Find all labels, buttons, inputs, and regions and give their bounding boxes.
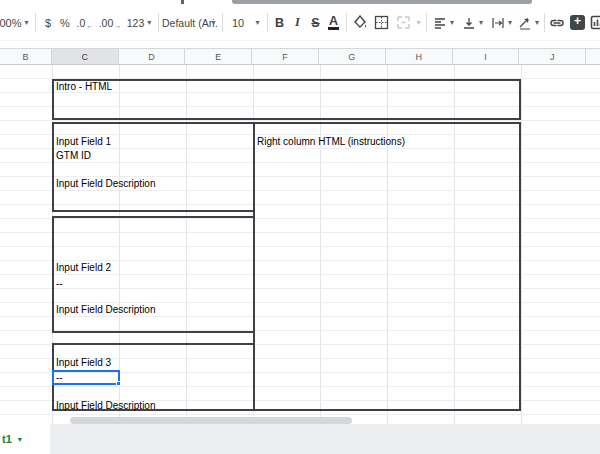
- column-header-d[interactable]: D: [119, 49, 186, 64]
- merge-cells-button[interactable]: [393, 9, 413, 36]
- cell-field2-title[interactable]: Input Field 2: [56, 261, 111, 275]
- cell-field3-title[interactable]: Input Field 3: [56, 356, 111, 370]
- decrease-decimal-button[interactable]: .0 ←: [74, 9, 96, 36]
- add-comment-icon: +: [570, 15, 585, 30]
- italic-button[interactable]: I: [289, 9, 306, 36]
- sheet-tab-label: t1: [2, 433, 12, 445]
- cell-right-column[interactable]: Right column HTML (instructions): [257, 135, 405, 149]
- chevron-down-icon: ▾: [479, 18, 483, 27]
- divider: [158, 13, 159, 32]
- cell-field1-desc[interactable]: Input Field Description: [56, 177, 156, 191]
- arrow-right-icon: →: [114, 22, 121, 29]
- text-color-icon: A: [328, 15, 339, 30]
- number-format-button[interactable]: 123 ▾: [123, 9, 155, 36]
- fill-handle[interactable]: [116, 381, 121, 386]
- font-size-label: 10: [232, 17, 244, 29]
- column-header-row: B C D E F G H I J: [0, 48, 600, 65]
- divider: [426, 13, 427, 32]
- arrow-left-icon: ←: [86, 22, 93, 29]
- strikethrough-button[interactable]: S: [307, 9, 324, 36]
- column-header-h[interactable]: H: [386, 49, 453, 64]
- divider: [267, 13, 268, 32]
- cell-field1-title[interactable]: Input Field 1: [56, 135, 111, 149]
- format-percent-button[interactable]: %: [57, 9, 73, 36]
- plus-icon: +: [574, 14, 581, 28]
- column-header-partial[interactable]: [586, 49, 600, 64]
- cell-field2-value[interactable]: --: [56, 277, 63, 291]
- column-header-j[interactable]: J: [519, 49, 586, 64]
- divider: [544, 13, 545, 32]
- chevron-down-icon: ▾: [25, 18, 29, 27]
- chevron-down-icon: ▾: [508, 18, 512, 27]
- align-left-icon: [433, 16, 447, 30]
- column-header-f[interactable]: F: [252, 49, 319, 64]
- column-header-e[interactable]: E: [185, 49, 252, 64]
- increase-decimal-button[interactable]: .00 →: [97, 9, 123, 36]
- italic-icon: I: [295, 15, 300, 30]
- divider: [346, 13, 347, 32]
- chevron-down-icon: ▾: [416, 18, 420, 27]
- selected-cell[interactable]: --: [52, 370, 120, 385]
- increase-decimal-icon: .00: [99, 17, 114, 29]
- intro-merged-region-border: [52, 79, 521, 120]
- text-color-button[interactable]: A: [325, 9, 342, 36]
- zoom-label: 00%: [0, 17, 22, 29]
- horizontal-align-button[interactable]: ▾: [430, 9, 457, 36]
- text-wrap-icon: [491, 16, 505, 30]
- chevron-down-icon: ▾: [535, 18, 539, 27]
- bold-icon: B: [275, 16, 284, 30]
- chevron-down-icon: ▾: [255, 18, 259, 27]
- zoom-control[interactable]: 00% ▾: [1, 9, 27, 36]
- column-header-i[interactable]: I: [453, 49, 520, 64]
- borders-icon: [374, 15, 389, 30]
- vertical-align-icon: [462, 16, 476, 30]
- column-header-c[interactable]: C: [52, 49, 119, 64]
- font-selector-caret[interactable]: ▾: [206, 9, 218, 36]
- column-header-b[interactable]: B: [0, 49, 52, 64]
- chevron-down-icon: ▾: [18, 435, 22, 444]
- currency-icon: $: [45, 17, 51, 29]
- horizontal-scrollbar-thumb[interactable]: [70, 417, 352, 424]
- toolbar: 00% ▾ $ % .0 ← .00 → 123 ▾ Default (Ari……: [0, 4, 600, 41]
- merge-cells-caret[interactable]: ▾: [412, 9, 422, 36]
- font-size-selector[interactable]: 10: [227, 9, 249, 36]
- number-format-icon: 123: [127, 17, 145, 29]
- fill-color-icon: [353, 15, 368, 30]
- text-rotation-icon: [518, 16, 532, 30]
- insert-link-button[interactable]: [547, 9, 567, 36]
- cell-field3-desc[interactable]: Input Field Description: [56, 399, 156, 413]
- right-column-region-border: [253, 122, 521, 411]
- cell-field2-desc[interactable]: Input Field Description: [56, 303, 156, 317]
- merge-cells-icon: [396, 15, 411, 30]
- text-rotation-button[interactable]: ▾: [515, 9, 542, 36]
- chevron-down-icon: ▾: [450, 18, 454, 27]
- insert-chart-button[interactable]: [588, 9, 600, 36]
- text-wrap-button[interactable]: ▾: [488, 9, 515, 36]
- vertical-align-button[interactable]: ▾: [459, 9, 486, 36]
- bold-button[interactable]: B: [271, 9, 288, 36]
- divider: [222, 13, 223, 32]
- borders-button[interactable]: [371, 9, 391, 36]
- fill-color-button[interactable]: [350, 9, 370, 36]
- format-currency-button[interactable]: $: [40, 9, 56, 36]
- grid-canvas[interactable]: Intro - HTML Input Field 1 GTM ID Input …: [0, 65, 600, 424]
- spreadsheet-app: 00% ▾ $ % .0 ← .00 → 123 ▾ Default (Ari……: [0, 0, 600, 454]
- divider: [35, 13, 36, 32]
- selected-cell-value: --: [56, 371, 63, 385]
- sheet-tab-active[interactable]: t1 ▾: [0, 424, 50, 454]
- strikethrough-icon: S: [311, 16, 319, 30]
- cell-intro[interactable]: Intro - HTML: [56, 80, 112, 94]
- chevron-down-icon: ▾: [211, 18, 215, 27]
- chevron-down-icon: ▾: [147, 18, 151, 27]
- link-icon: [549, 17, 565, 29]
- cell-field1-value[interactable]: GTM ID: [56, 149, 91, 163]
- chart-icon: [590, 15, 600, 30]
- sheet-tab-bar: t1 ▾: [0, 424, 600, 454]
- column-header-g[interactable]: G: [319, 49, 386, 64]
- percent-icon: %: [60, 17, 70, 29]
- insert-comment-button[interactable]: +: [568, 9, 587, 36]
- decrease-decimal-icon: .0: [77, 17, 86, 29]
- font-size-caret[interactable]: ▾: [250, 9, 262, 36]
